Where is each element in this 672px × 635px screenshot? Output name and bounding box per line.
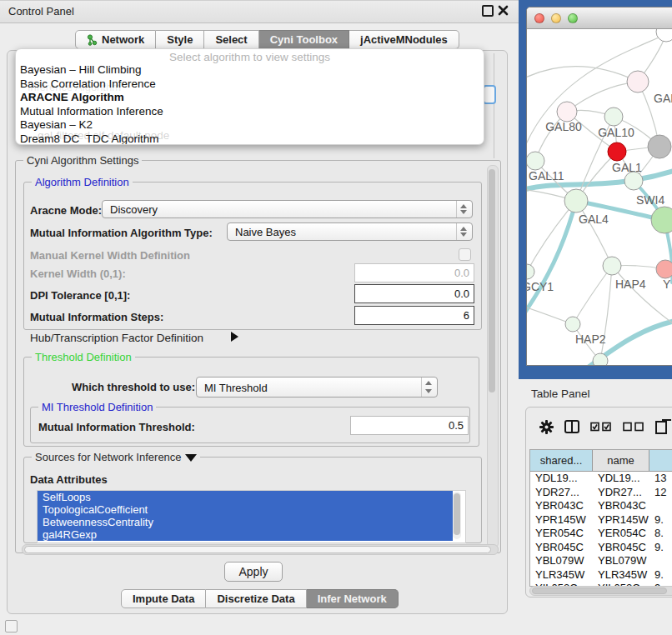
- network-node-label: GAL80: [545, 120, 582, 133]
- hub-definition-label[interactable]: Hub/Transcription Factor Definition: [30, 332, 203, 344]
- table-row[interactable]: YDR27...YDR27...12: [530, 486, 672, 500]
- network-graph-canvas[interactable]: GALGAL80GAL10GAL1GAL11SWI4GAL4GCY1HAP4YH…: [527, 29, 672, 365]
- network-node-label: SWI4: [636, 193, 664, 207]
- checked-boxes-icon[interactable]: [590, 422, 612, 432]
- table-row[interactable]: YLR345WYLR345W9.: [530, 568, 672, 582]
- tab-network[interactable]: Network: [75, 30, 156, 49]
- mi-threshold-definition-title: MI Threshold Definition: [38, 401, 156, 413]
- apply-button[interactable]: Apply: [224, 562, 283, 582]
- mi-steps-field[interactable]: 6: [354, 306, 474, 325]
- network-node-y[interactable]: [656, 260, 672, 278]
- float-window-icon[interactable]: [482, 5, 494, 17]
- table-row[interactable]: YBR045CYBR045C9.: [530, 541, 672, 555]
- combo-stepper-icon: [456, 201, 469, 218]
- settings-scrollbar-thumb[interactable]: [489, 169, 495, 392]
- tab-select[interactable]: Select: [204, 30, 258, 49]
- close-traffic-light-icon[interactable]: [534, 13, 544, 23]
- table-row[interactable]: YDL19...YDL19...13: [530, 472, 672, 486]
- table-panel-window: shared...name YDL19...YDL19...13YDR27...…: [525, 407, 672, 598]
- network-node-label: GAL4: [579, 212, 609, 226]
- attribute-item-selected[interactable]: BetweennessCentrality: [38, 516, 453, 528]
- bottom-tab-infer-network[interactable]: Infer Network: [307, 589, 399, 608]
- aracne-mode-combo[interactable]: Discovery: [102, 200, 473, 218]
- gear-icon[interactable]: [539, 420, 554, 434]
- algorithm-option[interactable]: Dream8 DC_TDC Algorithm: [16, 132, 484, 146]
- table-hscrollbar-thumb[interactable]: [532, 588, 667, 594]
- network-node-hap4[interactable]: [603, 257, 621, 275]
- algorithm-option[interactable]: ARACNE Algorithm: [16, 91, 484, 105]
- bottom-tab-impute-data[interactable]: Impute Data: [121, 589, 206, 608]
- manual-kernel-checkbox[interactable]: [459, 248, 471, 261]
- table-cell: YBR043C: [530, 499, 593, 513]
- algorithm-option[interactable]: Bayesian – Hill Climbing: [16, 63, 484, 78]
- bottom-tab-discretize-data[interactable]: Discretize Data: [206, 589, 306, 608]
- network-node-swi4[interactable]: [624, 172, 643, 190]
- expand-arrow-icon[interactable]: [231, 332, 238, 342]
- network-node-gal10[interactable]: [604, 108, 623, 126]
- node-attribute-table[interactable]: shared...name YDL19...YDL19...13YDR27...…: [529, 449, 672, 587]
- table-hscrollbar-track[interactable]: [529, 586, 672, 596]
- tab-style[interactable]: Style: [156, 30, 204, 49]
- minimized-panel-icon[interactable]: [5, 620, 18, 632]
- new-column-icon[interactable]: [655, 419, 672, 434]
- tab-label: Select: [215, 31, 247, 48]
- network-node-hap2[interactable]: [565, 317, 580, 332]
- attribute-item-selected[interactable]: gal4RGexp: [38, 528, 453, 541]
- network-edge[interactable]: [567, 82, 638, 112]
- network-node-gal11[interactable]: [527, 152, 544, 170]
- table-row[interactable]: YER054CYER054C8.: [530, 527, 672, 541]
- zoom-traffic-light-icon[interactable]: [568, 13, 578, 23]
- network-edge-thick[interactable]: [527, 201, 576, 319]
- algorithm-dropdown-list: Bayesian – Hill ClimbingBasic Correlatio…: [16, 63, 484, 145]
- network-edge[interactable]: [527, 201, 576, 272]
- settings-hscrollbar-thumb[interactable]: [24, 546, 491, 553]
- mi-threshold-field[interactable]: 0.5: [350, 416, 469, 435]
- dpi-tolerance-field[interactable]: 0.0: [354, 284, 474, 303]
- network-node-gal4[interactable]: [564, 189, 588, 212]
- network-window-titlebar[interactable]: [527, 8, 672, 29]
- network-node-gal80[interactable]: [557, 102, 577, 122]
- network-node-gal1[interactable]: [608, 142, 626, 161]
- algorithm-option[interactable]: Mutual Information Inference: [16, 105, 484, 119]
- network-node[interactable]: [593, 353, 608, 365]
- network-node[interactable]: [651, 207, 672, 233]
- tab-jactivemnodules[interactable]: jActiveMNodules: [349, 30, 459, 49]
- table-column-header[interactable]: name: [593, 450, 649, 471]
- tab-label: Style: [167, 31, 193, 48]
- network-node-gal[interactable]: [627, 71, 649, 92]
- kernel-width-field[interactable]: 0.0: [354, 263, 474, 282]
- attributes-scrollbar-thumb[interactable]: [454, 493, 460, 535]
- close-icon[interactable]: [498, 5, 509, 16]
- network-node[interactable]: [648, 135, 671, 158]
- tab-cyni-toolbox[interactable]: Cyni Toolbox: [259, 30, 349, 49]
- attribute-item-selected[interactable]: SelfLoops: [38, 491, 453, 503]
- minimize-traffic-light-icon[interactable]: [551, 13, 561, 23]
- network-node[interactable]: [656, 29, 672, 42]
- mi-type-combo[interactable]: Naive Bayes: [227, 222, 473, 241]
- table-row[interactable]: YBL079WYBL079W: [530, 554, 672, 568]
- which-threshold-combo[interactable]: MI Threshold: [196, 377, 438, 398]
- algorithm-option[interactable]: Basic Correlation Inference: [16, 78, 484, 92]
- table-cell: YBR045C: [593, 541, 649, 555]
- attribute-item-selected[interactable]: TopologicalCoefficient: [38, 503, 453, 516]
- attributes-scrollbar-track[interactable]: [453, 492, 461, 539]
- table-cell: 9.: [649, 541, 672, 555]
- aracne-mode-value: Discovery: [110, 203, 158, 216]
- network-node-label: GAL10: [598, 126, 634, 139]
- sources-group-title[interactable]: Sources for Network Inference: [32, 451, 200, 463]
- network-edge[interactable]: [573, 266, 612, 324]
- table-column-header[interactable]: shared...: [530, 450, 593, 471]
- algorithm-option[interactable]: Bayesian – K2: [16, 118, 484, 132]
- unchecked-boxes-icon[interactable]: [623, 422, 644, 432]
- background-focused-combo-fragment: [483, 85, 496, 104]
- network-node-gcy1[interactable]: [527, 264, 534, 279]
- table-column-header[interactable]: [649, 450, 672, 471]
- settings-hscrollbar-track[interactable]: [22, 544, 499, 555]
- network-edge[interactable]: [527, 67, 638, 82]
- settings-scrollbar-track[interactable]: [487, 165, 499, 548]
- data-attributes-list[interactable]: SelfLoopsTopologicalCoefficientBetweenne…: [37, 490, 466, 543]
- combo-stepper-icon: [456, 223, 469, 240]
- table-row[interactable]: YPR145WYPR145W9.: [530, 513, 672, 528]
- table-row[interactable]: YBR043CYBR043C: [530, 499, 672, 513]
- columns-icon[interactable]: [564, 420, 579, 433]
